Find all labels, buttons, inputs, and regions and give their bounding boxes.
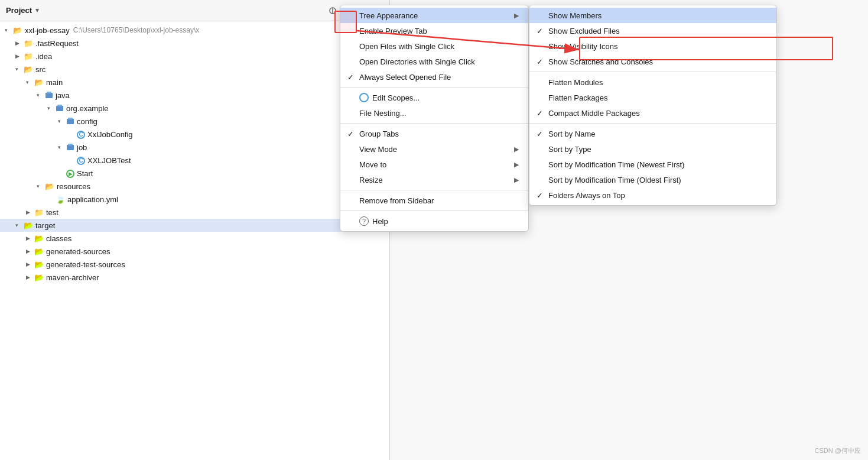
submenu-arrow: ▶ xyxy=(514,12,519,20)
tree-item-XXLJOBTest[interactable]: CXXLJOBTest xyxy=(0,154,389,167)
tree-item-config[interactable]: ▾config xyxy=(0,115,389,128)
menu-item-label: File Nesting... xyxy=(359,109,519,118)
menu-separator xyxy=(340,87,528,88)
tree-arrow: ▶ xyxy=(26,274,34,280)
menu-item-edit-scopes[interactable]: Edit Scopes... xyxy=(340,90,528,105)
tree-item-java[interactable]: ▾java xyxy=(0,89,389,102)
tree-arrow: ▶ xyxy=(26,248,34,254)
menu-item-move-to[interactable]: Move to▶ xyxy=(340,157,528,172)
tree-icon xyxy=(56,103,64,114)
tree-item-generated-test-sources[interactable]: ▶📂generated-test-sources xyxy=(0,258,389,271)
menu-check: ✓ xyxy=(347,73,358,82)
tree-item-generated-sources[interactable]: ▶📂generated-sources xyxy=(0,245,389,258)
menu-separator xyxy=(529,123,776,124)
menu-item-label: Sort by Modification Time (Oldest First) xyxy=(548,176,767,184)
menu-item-tree-appearance[interactable]: Tree Appearance▶ xyxy=(340,8,528,23)
tree-item-xxl-root[interactable]: ▾📂xxl-job-essayC:\Users\10765\Desktop\xx… xyxy=(0,24,389,37)
menu-item-flatten-modules[interactable]: Flatten Modules xyxy=(529,74,776,90)
tree-label: java xyxy=(56,91,70,100)
menu-item-label: Flatten Packages xyxy=(548,93,767,102)
tree-item-classes[interactable]: ▶📂classes xyxy=(0,232,389,245)
tree-item-fastRequest[interactable]: ▶📁.fastRequest xyxy=(0,37,389,50)
tree-icon: 📁 xyxy=(34,208,44,217)
tree-item-resources[interactable]: ▾📂resources xyxy=(0,180,389,193)
tree-icon xyxy=(66,142,74,153)
menu-item-remove-sidebar[interactable]: Remove from Sidebar xyxy=(340,193,528,208)
tree-item-idea[interactable]: ▶📁.idea xyxy=(0,50,389,63)
tree-icon: 📂 xyxy=(34,260,44,269)
svg-rect-6 xyxy=(45,93,53,98)
tree-icon: 🍃 xyxy=(56,195,65,204)
tree-item-org.example[interactable]: ▾org.example xyxy=(0,102,389,115)
tree-item-src[interactable]: ▾📂src xyxy=(0,63,389,76)
menu-item-view-mode[interactable]: View Mode▶ xyxy=(340,141,528,157)
menu-separator xyxy=(340,210,528,211)
tree-label: config xyxy=(77,117,97,126)
menu-item-compact-middle[interactable]: ✓Compact Middle Packages xyxy=(529,105,776,121)
tree-item-test[interactable]: ▶📁test xyxy=(0,206,389,219)
tree-label: generated-test-sources xyxy=(46,260,125,269)
tree-icon xyxy=(66,116,74,127)
tree-item-XxlJobConfig[interactable]: CXxlJobConfig xyxy=(0,128,389,141)
svg-rect-11 xyxy=(68,118,73,119)
menu-item-sort-type[interactable]: Sort by Type xyxy=(529,141,776,157)
submenu-arrow: ▶ xyxy=(514,176,519,184)
scroll-from-source-button[interactable] xyxy=(327,5,338,16)
help-icon: ? xyxy=(359,216,369,226)
tree-label: .fastRequest xyxy=(35,39,79,48)
menu-item-sort-name[interactable]: ✓Sort by Name xyxy=(529,126,776,141)
project-tree: ▾📂xxl-job-essayC:\Users\10765\Desktop\xx… xyxy=(0,21,389,460)
menu-item-enable-preview[interactable]: Enable Preview Tab xyxy=(340,23,528,38)
svg-rect-9 xyxy=(57,105,62,106)
menu-item-label: Always Select Opened File xyxy=(359,73,519,82)
menu-check: ✓ xyxy=(347,129,358,138)
tree-item-Start[interactable]: ▶Start xyxy=(0,167,389,180)
menu-item-file-nesting[interactable]: File Nesting... xyxy=(340,105,528,121)
tree-label: xxl-job-essay xyxy=(25,26,70,35)
tree-arrow: ▶ xyxy=(26,261,34,267)
tree-arrow: ▾ xyxy=(37,92,45,98)
menu-item-show-members[interactable]: Show Members xyxy=(529,8,776,23)
tree-icon: 📂 xyxy=(24,221,33,230)
menu-item-group-tabs[interactable]: ✓Group Tabs xyxy=(340,126,528,141)
menu-item-resize[interactable]: Resize▶ xyxy=(340,172,528,187)
tree-arrow: ▶ xyxy=(15,40,24,46)
tree-item-target[interactable]: ▾📂target xyxy=(0,219,389,232)
menu-item-always-select[interactable]: ✓Always Select Opened File xyxy=(340,69,528,85)
menu-check: ✓ xyxy=(537,57,547,66)
tree-arrow: ▾ xyxy=(58,144,66,150)
panel-chevron: ▾ xyxy=(35,7,39,14)
menu-separator xyxy=(340,190,528,190)
tree-label: src xyxy=(35,65,45,74)
project-panel: Project ▾ ▾📂xxl-job-essayC:\Users\10765\… xyxy=(0,0,390,460)
menu-item-label: Folders Always on Top xyxy=(548,191,767,200)
tree-label: .idea xyxy=(35,52,52,61)
tree-label: org.example xyxy=(66,104,109,113)
tree-item-main[interactable]: ▾📂main xyxy=(0,76,389,89)
menu-item-open-single-click[interactable]: Open Files with Single Click xyxy=(340,38,528,54)
menu-item-label: Sort by Type xyxy=(548,145,767,154)
tree-icon: 📂 xyxy=(34,78,44,87)
menu-item-flatten-packages[interactable]: Flatten Packages xyxy=(529,90,776,105)
svg-rect-13 xyxy=(68,144,73,145)
menu-item-open-dirs-single-click[interactable]: Open Directories with Single Click xyxy=(340,54,528,69)
menu-item-label: Move to xyxy=(359,160,514,169)
tree-item-application.yml[interactable]: 🍃application.yml xyxy=(0,193,389,206)
menu-item-show-scratches[interactable]: ✓Show Scratches and Consoles xyxy=(529,54,776,69)
menu-item-sort-mod-newest[interactable]: Sort by Modification Time (Newest First) xyxy=(529,157,776,172)
submenu-arrow: ▶ xyxy=(514,145,519,153)
menu-item-show-visibility[interactable]: Show Visibility Icons xyxy=(529,38,776,54)
menu-item-show-excluded[interactable]: ✓Show Excluded Files xyxy=(529,23,776,38)
tree-arrow: ▶ xyxy=(26,209,34,215)
menu-item-label: Sort by Name xyxy=(548,129,767,138)
tree-item-maven-archiver[interactable]: ▶📂maven-archiver xyxy=(0,271,389,284)
menu-item-label: Show Visibility Icons xyxy=(548,42,767,51)
menu-item-sort-mod-oldest[interactable]: Sort by Modification Time (Oldest First) xyxy=(529,172,776,187)
menu-item-folders-top[interactable]: ✓Folders Always on Top xyxy=(529,187,776,203)
tree-item-job[interactable]: ▾job xyxy=(0,141,389,154)
tree-icon xyxy=(45,90,53,101)
tree-icon: 📂 xyxy=(24,65,33,74)
menu-item-label: Group Tabs xyxy=(359,129,519,138)
menu-item-label: Edit Scopes... xyxy=(372,93,519,102)
menu-item-help[interactable]: ?Help xyxy=(340,213,528,229)
